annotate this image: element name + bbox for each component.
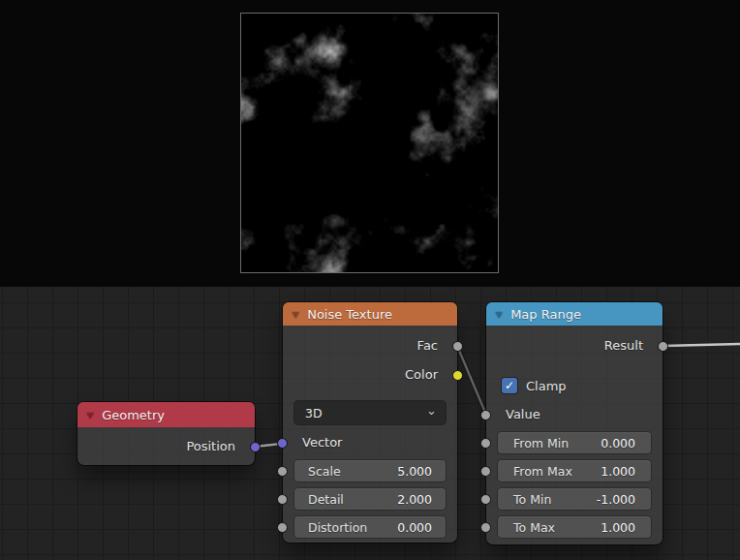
field-value: 0.000 [601, 436, 635, 451]
field-label: To Max [513, 520, 555, 535]
field-value: -1.000 [597, 492, 635, 507]
fac-output-label: Fac [417, 337, 438, 355]
field-label: From Max [513, 464, 572, 479]
geometry-node[interactable]: ▼ Geometry Position [77, 402, 255, 465]
detail-field[interactable]: Detail 2.000 [294, 488, 446, 510]
to-max-input-socket[interactable] [480, 522, 491, 533]
to-min-input-socket[interactable] [480, 494, 491, 505]
from-min-input-socket[interactable] [480, 438, 491, 449]
field-value: 2.000 [397, 492, 432, 507]
field-label: Scale [308, 464, 341, 479]
vector-input-label: Vector [302, 434, 342, 451]
field-label: Distortion [308, 520, 367, 535]
field-label: To Min [513, 492, 551, 507]
blender-window: ▼ Geometry Position ▼ Noise Texture Fac … [0, 0, 740, 560]
map-range-node[interactable]: ▼ Map Range Result ✓ Clamp Value From Mi… [486, 302, 663, 544]
value-input-label: Value [506, 406, 540, 423]
map-range-node-header[interactable]: ▼ Map Range [486, 302, 663, 326]
value-input-socket[interactable] [480, 410, 491, 420]
image-viewer-pane [0, 0, 740, 287]
result-output-socket[interactable] [658, 341, 668, 352]
position-output-socket[interactable] [250, 442, 261, 452]
node-editor-grid[interactable]: ▼ Geometry Position ▼ Noise Texture Fac … [0, 287, 740, 560]
scale-field[interactable]: Scale 5.000 [294, 460, 446, 482]
collapse-triangle-icon[interactable]: ▼ [86, 411, 94, 420]
geometry-node-header[interactable]: ▼ Geometry [77, 402, 255, 427]
field-label: Detail [308, 492, 344, 507]
check-icon: ✓ [505, 379, 514, 392]
chevron-down-icon: ⌄ [426, 406, 437, 416]
detail-input-socket[interactable] [277, 494, 288, 505]
field-value: 1.000 [601, 520, 635, 535]
color-output-socket[interactable] [452, 370, 463, 381]
node-title: Geometry [102, 408, 165, 422]
noise-preview-canvas [241, 14, 498, 272]
clamp-checkbox[interactable]: ✓ [502, 378, 517, 393]
dimensions-dropdown[interactable]: 3D ⌄ [294, 401, 446, 424]
field-value: 1.000 [601, 464, 635, 479]
field-label: From Min [513, 436, 569, 451]
noise-preview-frame [240, 13, 499, 273]
from-max-field[interactable]: From Max 1.000 [498, 460, 651, 482]
position-output-label: Position [186, 438, 235, 455]
clamp-label: Clamp [526, 378, 567, 395]
fac-output-socket[interactable] [452, 341, 463, 352]
node-title: Map Range [510, 307, 581, 322]
vector-input-socket[interactable] [277, 438, 288, 449]
from-max-input-socket[interactable] [480, 466, 491, 477]
from-min-field[interactable]: From Min 0.000 [498, 432, 651, 453]
color-output-label: Color [405, 366, 438, 384]
distortion-field[interactable]: Distortion 0.000 [294, 516, 446, 538]
link-fac-to-value-core[interactable] [457, 346, 486, 415]
to-max-field[interactable]: To Max 1.000 [498, 516, 651, 538]
scale-input-socket[interactable] [277, 466, 288, 477]
result-output-label: Result [604, 337, 643, 355]
collapse-triangle-icon[interactable]: ▼ [495, 310, 503, 319]
field-value: 0.000 [397, 520, 432, 535]
collapse-triangle-icon[interactable]: ▼ [292, 310, 299, 319]
distortion-input-socket[interactable] [277, 522, 288, 533]
noise-texture-node[interactable]: ▼ Noise Texture Fac Color 3D ⌄ Vector Sc… [283, 302, 457, 543]
noise-texture-node-header[interactable]: ▼ Noise Texture [283, 302, 457, 326]
dropdown-value: 3D [305, 406, 323, 420]
node-title: Noise Texture [307, 307, 392, 322]
field-value: 5.000 [397, 464, 432, 479]
to-min-field[interactable]: To Min -1.000 [498, 488, 651, 510]
